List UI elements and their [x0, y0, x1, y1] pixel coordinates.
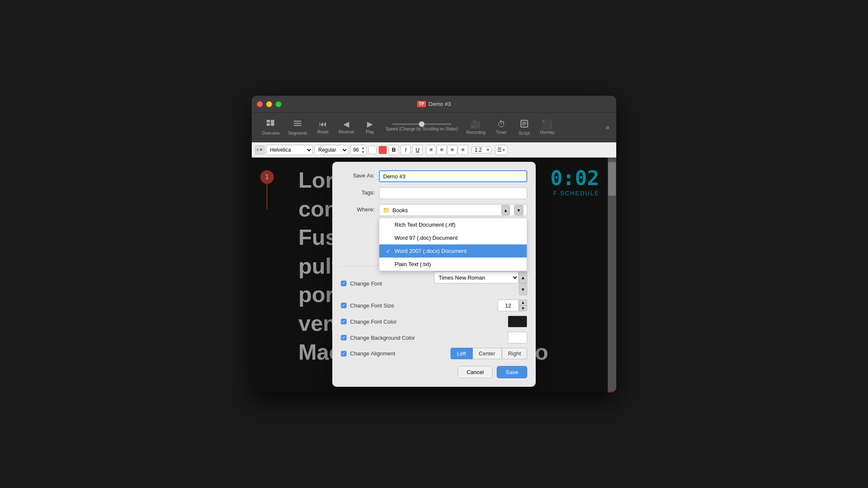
- reset-icon: ⏮: [319, 120, 327, 128]
- change-font-checkbox[interactable]: [341, 280, 347, 286]
- svg-rect-1: [267, 123, 270, 126]
- app-icon: TP: [417, 101, 426, 107]
- change-font-color-checkbox[interactable]: [341, 319, 347, 324]
- recording-button[interactable]: 🎥 Recording: [463, 118, 489, 136]
- maximize-button[interactable]: [275, 101, 281, 107]
- segments-button[interactable]: Segments: [285, 118, 311, 137]
- recording-icon: 🎥: [470, 120, 481, 128]
- where-container: 📁 Books ▲ ▼ Rich Text Document (.rtf): [379, 204, 527, 216]
- tags-row: Tags:: [341, 187, 527, 199]
- line-height-arrow[interactable]: ▼: [484, 147, 491, 152]
- font-size-down[interactable]: ▼: [519, 305, 527, 311]
- font-color-swatch[interactable]: [508, 316, 527, 327]
- save-as-label: Save As:: [341, 170, 379, 179]
- svg-rect-7: [522, 122, 526, 123]
- font-stepper: ▲ ▼: [519, 272, 527, 295]
- svg-rect-0: [267, 120, 270, 122]
- script-icon: [520, 119, 529, 129]
- where-expand-button[interactable]: ▼: [514, 205, 523, 215]
- reset-label: Reset: [317, 130, 328, 134]
- cancel-button[interactable]: Cancel: [458, 366, 492, 378]
- speed-track[interactable]: [392, 123, 451, 125]
- segments-icon: [293, 119, 302, 129]
- speed-thumb[interactable]: [419, 121, 425, 127]
- align-center-button[interactable]: ≡: [437, 145, 447, 155]
- change-font-label: Change Font: [350, 280, 426, 287]
- font-size-up[interactable]: ▲: [519, 299, 527, 305]
- format-option-txt[interactable]: Plain Text (.txt): [379, 258, 527, 271]
- change-bg-color-row: Change Background Color: [341, 332, 527, 344]
- save-dialog: Save As: Tags: Where: 📁 Books: [332, 162, 536, 387]
- change-alignment-label: Change Alignment: [350, 350, 426, 357]
- speed-slider-container: Speed (Change by Scrolling on Slider): [382, 122, 461, 133]
- change-font-row: Change Font Times New Roman ▲ ▼: [341, 272, 527, 295]
- change-alignment-checkbox[interactable]: [341, 351, 347, 357]
- bold-button[interactable]: B: [389, 145, 399, 155]
- format-dropdown: Rich Text Document (.rtf) Word 97 (.doc)…: [379, 218, 527, 271]
- reverse-icon: ◀: [343, 120, 349, 128]
- indent-button[interactable]: ≡▼: [255, 145, 264, 155]
- format-doc-label: Word 97 (.doc) Document: [395, 235, 458, 241]
- change-font-color-label: Change Font Color: [350, 319, 426, 325]
- toolbar-more-button[interactable]: »: [606, 124, 609, 131]
- highlight-color-swatch[interactable]: [378, 146, 387, 154]
- align-center-btn[interactable]: Center: [473, 348, 502, 359]
- text-color-swatch[interactable]: [368, 146, 377, 154]
- font-style-select[interactable]: Regular: [314, 145, 348, 155]
- underline-button[interactable]: U: [412, 145, 423, 155]
- font-selector: Times New Roman ▲ ▼: [434, 272, 527, 295]
- speed-label: Speed (Change by Scrolling on Slider): [386, 127, 458, 131]
- font-family-dropdown[interactable]: Times New Roman: [434, 272, 519, 283]
- recording-label: Recording: [466, 130, 486, 135]
- reset-button[interactable]: ⏮ Reset: [312, 119, 334, 136]
- tags-input[interactable]: [379, 187, 527, 199]
- format-rtf-label: Rich Text Document (.rtf): [395, 222, 456, 228]
- main-toolbar: Overview Segments ⏮ Reset ◀ Reverse ▶ Pl…: [252, 113, 616, 142]
- font-family-select[interactable]: Helvetica: [266, 145, 313, 155]
- align-right-btn[interactable]: Right: [502, 348, 527, 359]
- timer-label: Timer: [496, 130, 506, 135]
- save-button[interactable]: Save: [497, 366, 527, 378]
- bg-color-swatch[interactable]: [508, 332, 527, 344]
- modal-overlay: Save As: Tags: Where: 📁 Books: [252, 158, 616, 392]
- close-button[interactable]: [257, 101, 263, 107]
- folder-icon: 📁: [383, 207, 390, 214]
- timer-icon: ⏱: [497, 120, 506, 128]
- timer-button[interactable]: ⏱ Timer: [491, 118, 512, 136]
- align-right-button[interactable]: ≡: [447, 145, 457, 155]
- align-left-btn[interactable]: Left: [451, 348, 473, 359]
- save-as-row: Save As:: [341, 170, 527, 182]
- change-font-size-checkbox[interactable]: [341, 302, 347, 308]
- reverse-label: Reverse: [339, 130, 354, 134]
- font-size-value: 96: [351, 147, 361, 153]
- svg-rect-3: [294, 121, 301, 122]
- list-style-control[interactable]: ☰ ▼: [495, 145, 508, 155]
- format-option-rtf[interactable]: Rich Text Document (.rtf): [379, 218, 527, 231]
- format-txt-label: Plain Text (.txt): [395, 261, 431, 267]
- format-option-docx[interactable]: ✓ Word 2007 (.docx) Document: [379, 244, 527, 258]
- font-size-stepper: ▲ ▼: [519, 299, 527, 311]
- minimize-button[interactable]: [266, 101, 272, 107]
- svg-rect-2: [271, 120, 274, 126]
- font-down-button[interactable]: ▼: [519, 283, 527, 295]
- play-button[interactable]: ▶ Play: [359, 119, 381, 136]
- where-up-arrow[interactable]: ▲: [501, 205, 510, 215]
- reverse-button[interactable]: ◀ Reverse: [335, 119, 358, 136]
- options-section: Change Font Times New Roman ▲ ▼: [341, 266, 527, 359]
- align-left-button[interactable]: ≡: [426, 145, 436, 155]
- italic-button[interactable]: I: [401, 145, 411, 155]
- change-bg-color-label: Change Background Color: [350, 335, 426, 341]
- format-docx-label: Word 2007 (.docx) Document: [395, 248, 467, 254]
- font-size-stepper[interactable]: ▲▼: [361, 146, 366, 154]
- change-bg-color-checkbox[interactable]: [341, 335, 347, 341]
- change-font-size-label: Change Font Size: [350, 302, 426, 309]
- script-label: Script: [519, 131, 530, 136]
- font-size-display: 12: [498, 299, 519, 311]
- save-as-input[interactable]: [379, 170, 527, 182]
- format-option-doc[interactable]: Word 97 (.doc) Document: [379, 231, 527, 244]
- overlay-button[interactable]: ⬛ Overlay: [537, 118, 558, 136]
- script-button[interactable]: Script: [514, 118, 535, 137]
- font-up-button[interactable]: ▲: [519, 272, 527, 283]
- overview-button[interactable]: Overview: [259, 118, 283, 137]
- align-justify-button[interactable]: ≡: [458, 145, 468, 155]
